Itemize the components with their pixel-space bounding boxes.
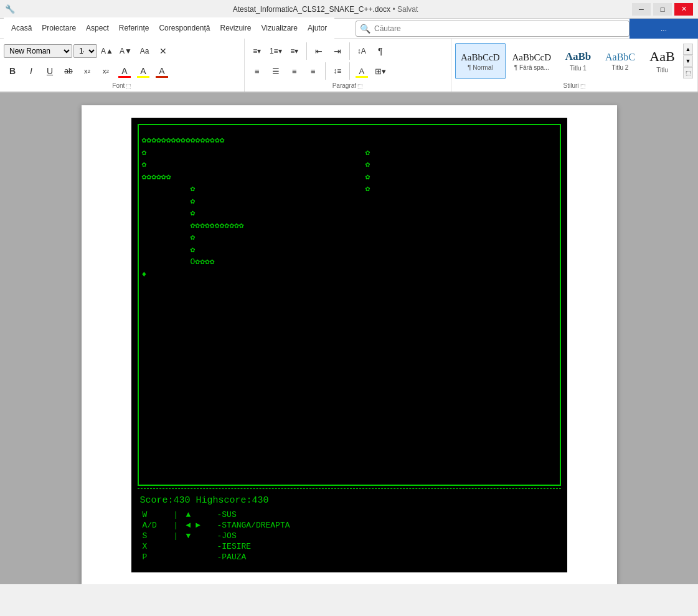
highlight-btn[interactable]: A bbox=[134, 62, 152, 80]
superscript-btn[interactable]: x2 bbox=[97, 62, 115, 80]
change-case-btn[interactable]: Aa bbox=[136, 42, 153, 60]
highlight-wrap: A bbox=[134, 62, 152, 80]
align-left-btn[interactable]: ≡ bbox=[248, 62, 266, 80]
para-sep2 bbox=[349, 42, 350, 60]
control-s-row: S | ▼ -JOS bbox=[140, 531, 293, 541]
subscript-btn[interactable]: x2 bbox=[78, 62, 96, 80]
minimize-button[interactable]: ─ bbox=[632, 3, 651, 16]
game-board: ✿✿✿✿✿✿✿✿✿✿✿✿✿✿✿✿✿ ✿ ✿ ✿ ✿ ✿✿✿✿✿✿ ✿ ✿ bbox=[138, 124, 561, 486]
control-ad-arrows: ◄ ► bbox=[184, 520, 215, 531]
paragraph-expand-icon[interactable]: ⬚ bbox=[357, 83, 363, 89]
title2-style-preview: AaBbC bbox=[605, 51, 635, 63]
styles-expand-icon[interactable]: ⬚ bbox=[580, 83, 586, 89]
title-style-label: Titlu bbox=[656, 67, 668, 73]
strikethrough-btn[interactable]: ab bbox=[60, 62, 77, 80]
snake-display-area: ✿✿✿✿✿✿✿✿✿✿✿✿✿✿✿✿✿ ✿ ✿ ✿ ✿ ✿✿✿✿✿✿ ✿ ✿ bbox=[142, 128, 557, 415]
menu-aspect[interactable]: Aspect bbox=[81, 21, 114, 35]
paragraph-group: ≡▾ 1≡▾ ≡▾ ⇤ ⇥ ↕A ¶ ≡ ☰ ≡ ≡ ↕≡ bbox=[245, 39, 451, 92]
font-color2-btn[interactable]: A bbox=[153, 62, 171, 80]
game-info: Score:430 Highscore:430 W | ▲ -SUS A/D |… bbox=[138, 491, 561, 566]
control-w-key: W bbox=[140, 509, 171, 520]
menu-acasa[interactable]: Acasă bbox=[6, 21, 37, 35]
styles-scroll-down-btn[interactable]: ▼ bbox=[683, 55, 693, 67]
shading-btn[interactable]: A bbox=[353, 62, 370, 80]
multilevel-btn[interactable]: ≡▾ bbox=[286, 42, 303, 60]
bullets-btn[interactable]: ≡▾ bbox=[248, 42, 266, 60]
style-title1[interactable]: AaBb Titlu 1 bbox=[558, 43, 598, 79]
title-text: Atestat_InformaticA_CLS12_SNAKE_C++.docx… bbox=[19, 5, 632, 14]
font-color-btn[interactable]: A bbox=[116, 62, 133, 80]
control-p-row: P -PAUZA bbox=[140, 552, 293, 562]
border-btn[interactable]: ⊞▾ bbox=[372, 62, 389, 80]
font-group: New Roman 14 A▲ A▼ Aa ✕ B I U bbox=[0, 39, 245, 92]
font-size-select[interactable]: 14 bbox=[73, 44, 97, 58]
normal-style-label: ¶ Normal bbox=[468, 64, 493, 71]
menu-proiectare[interactable]: Proiectare bbox=[37, 21, 81, 35]
title1-style-label: Titlu 1 bbox=[570, 65, 587, 72]
font-group-label: Font ⬚ bbox=[4, 82, 240, 89]
para-sep4 bbox=[349, 62, 350, 80]
control-w-arrow: ▲ bbox=[184, 509, 215, 520]
menu-revizuire[interactable]: Revizuire bbox=[215, 21, 257, 35]
para-mark-btn[interactable]: ¶ bbox=[372, 42, 389, 60]
saved-indicator: • Salvat bbox=[392, 5, 418, 14]
document-page: ✿✿✿✿✿✿✿✿✿✿✿✿✿✿✿✿✿ ✿ ✿ ✿ ✿ ✿✿✿✿✿✿ ✿ ✿ bbox=[82, 105, 617, 584]
font-name-select[interactable]: New Roman bbox=[4, 44, 72, 58]
search-icon: 🔍 bbox=[356, 24, 374, 34]
maximize-button[interactable]: □ bbox=[653, 3, 672, 16]
style-title[interactable]: AaB Titlu bbox=[642, 43, 682, 79]
no-space-style-preview: AaBbCcD bbox=[512, 52, 552, 63]
menu-ajutor[interactable]: Ajutor bbox=[303, 21, 332, 35]
style-title2[interactable]: AaBbC Titlu 2 bbox=[600, 43, 641, 79]
styles-scroll: ▲ ▼ ⬚ bbox=[682, 42, 694, 80]
control-ad-row: A/D | ◄ ► -STANGA/DREAPTA bbox=[140, 520, 293, 531]
control-x-action: -IESIRE bbox=[215, 541, 293, 552]
style-no-space[interactable]: AaBbCcD ¶ Fără spa... bbox=[507, 43, 557, 79]
styles-scroll-up-btn[interactable]: ▲ bbox=[683, 44, 693, 55]
align-center-btn[interactable]: ☰ bbox=[267, 62, 285, 80]
control-p-sep bbox=[171, 552, 184, 562]
sort-btn[interactable]: ↕A bbox=[353, 42, 370, 60]
decrease-indent-btn[interactable]: ⇤ bbox=[310, 42, 328, 60]
numbering-btn[interactable]: 1≡▾ bbox=[267, 42, 285, 60]
search-input[interactable] bbox=[374, 24, 629, 33]
title-style-preview: AaB bbox=[649, 49, 674, 65]
increase-indent-btn[interactable]: ⇥ bbox=[329, 42, 346, 60]
control-s-sep: | bbox=[171, 531, 184, 541]
close-button[interactable]: ✕ bbox=[674, 3, 693, 16]
control-w-sep: | bbox=[171, 509, 184, 520]
align-right-btn[interactable]: ≡ bbox=[286, 62, 303, 80]
styles-row: AaBbCcD ¶ Normal AaBbCcD ¶ Fără spa... bbox=[455, 43, 682, 79]
underline-btn[interactable]: U bbox=[41, 62, 59, 80]
style-normal[interactable]: AaBbCcD ¶ Normal bbox=[455, 43, 506, 79]
game-separator bbox=[138, 488, 561, 489]
control-w-action: -SUS bbox=[215, 509, 293, 520]
account-label: ... bbox=[661, 24, 667, 33]
control-p-arrow bbox=[184, 552, 215, 562]
increase-font-btn[interactable]: A▲ bbox=[98, 42, 116, 60]
title2-style-label: Titlu 2 bbox=[612, 64, 629, 71]
control-x-sep bbox=[171, 541, 184, 552]
normal-style-preview: AaBbCcD bbox=[461, 52, 500, 63]
line-spacing-btn[interactable]: ↕≡ bbox=[329, 62, 346, 80]
menu-corespondenta[interactable]: Corespondență bbox=[154, 21, 215, 35]
styles-expand-btn[interactable]: ⬚ bbox=[683, 67, 693, 78]
control-x-arrow bbox=[184, 541, 215, 552]
font-expand-icon[interactable]: ⬚ bbox=[126, 83, 131, 89]
control-w-row: W | ▲ -SUS bbox=[140, 509, 293, 520]
clear-format-btn[interactable]: ✕ bbox=[154, 42, 172, 60]
decrease-font-btn[interactable]: A▼ bbox=[117, 42, 134, 60]
control-ad-action: -STANGA/DREAPTA bbox=[215, 520, 293, 531]
menu-referinte[interactable]: Referințe bbox=[114, 21, 154, 35]
control-p-action: -PAUZA bbox=[215, 552, 293, 562]
control-x-key: X bbox=[140, 541, 171, 552]
menu-vizualizare[interactable]: Vizualizare bbox=[257, 21, 303, 35]
bold-btn[interactable]: B bbox=[4, 62, 21, 80]
content-area[interactable]: ✿✿✿✿✿✿✿✿✿✿✿✿✿✿✿✿✿ ✿ ✿ ✿ ✿ ✿✿✿✿✿✿ ✿ ✿ bbox=[0, 93, 698, 584]
game-display: ✿✿✿✿✿✿✿✿✿✿✿✿✿✿✿✿✿ ✿ ✿ ✿ ✿ ✿✿✿✿✿✿ ✿ ✿ bbox=[142, 135, 557, 280]
italic-btn[interactable]: I bbox=[22, 62, 40, 80]
control-p-key: P bbox=[140, 552, 171, 562]
ribbon-area: New Roman 14 A▲ A▼ Aa ✕ B I U bbox=[0, 39, 698, 93]
titlebar: 🔧 Atestat_InformaticA_CLS12_SNAKE_C++.do… bbox=[0, 0, 698, 19]
justify-btn[interactable]: ≡ bbox=[304, 62, 322, 80]
